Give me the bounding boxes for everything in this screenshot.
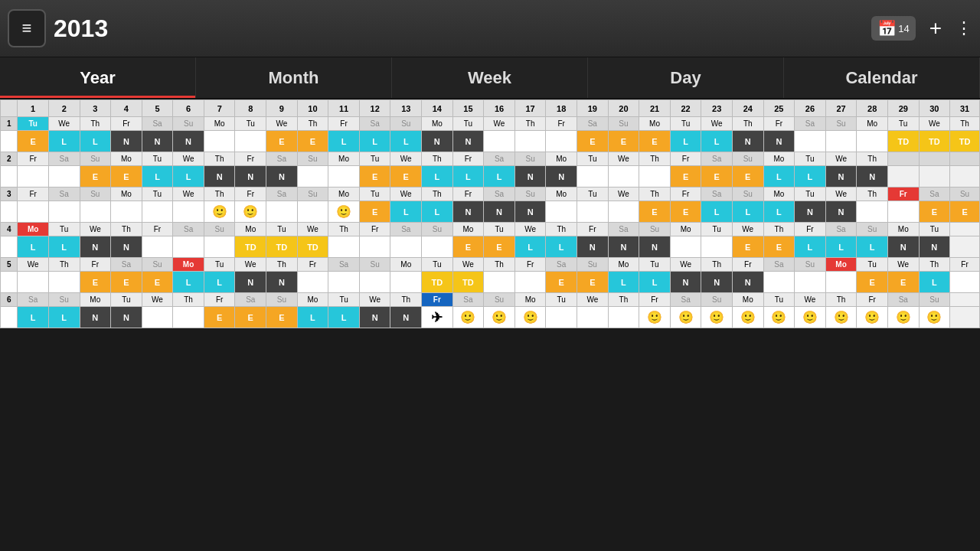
r1e25: N: [763, 131, 795, 152]
r1d23: We: [701, 117, 733, 131]
r4d19: Fr: [577, 223, 609, 236]
r6d27: Th: [825, 293, 857, 307]
r5e7: L: [204, 272, 235, 293]
r3d31: Su: [950, 187, 980, 201]
r6e15: 🙂: [452, 307, 484, 328]
r5e19: E: [577, 272, 609, 293]
r3d19: Tu: [577, 187, 609, 201]
r1e27: [825, 131, 857, 152]
r3d30: Sa: [919, 187, 950, 201]
r2d16: Sa: [484, 152, 515, 166]
r2e23: E: [701, 166, 733, 187]
r2d21: Th: [639, 152, 671, 166]
r6e31: [950, 307, 980, 328]
r3e22: E: [670, 201, 701, 223]
r2d15: Fr: [452, 152, 484, 166]
r2e-label: [1, 166, 18, 187]
r5d3: Fr: [80, 258, 111, 272]
r6d10: Mo: [297, 293, 328, 307]
r5d10: Fr: [297, 258, 328, 272]
r1e22: L: [670, 131, 701, 152]
r1e2: L: [48, 131, 80, 152]
day-17: 17: [514, 100, 546, 117]
app-header: ≡ 2013 📅 14 + ⋮: [0, 0, 980, 57]
r5d4: Sa: [111, 258, 142, 272]
r2d12: Tu: [359, 152, 390, 166]
day-5: 5: [142, 100, 173, 117]
r6d28: Fr: [857, 293, 888, 307]
r1d18: Fr: [546, 117, 577, 131]
day-9: 9: [266, 100, 298, 117]
day-numbers-row: 1 2 3 4 5 6 7 8 9 10 11 12 13 14 15 16 1…: [1, 100, 980, 117]
r4e20: N: [608, 236, 639, 258]
r4e25: E: [763, 236, 795, 258]
r2d2: Sa: [48, 152, 80, 166]
r3d20: We: [608, 187, 639, 201]
r5e23: N: [701, 272, 733, 293]
r6e13: N: [390, 307, 422, 328]
r2e8: N: [235, 166, 266, 187]
add-button[interactable]: +: [929, 16, 942, 41]
r5e9: N: [266, 272, 298, 293]
r1e30: TD: [919, 131, 950, 152]
r4e2: L: [48, 236, 80, 258]
r4d17: We: [514, 223, 546, 236]
r1e29: TD: [887, 131, 919, 152]
r1d30: We: [919, 117, 950, 131]
r4e18: L: [546, 236, 577, 258]
r1e17: [514, 131, 546, 152]
r5e12: [359, 272, 390, 293]
r1e14: N: [422, 131, 453, 152]
r1e19: E: [577, 131, 609, 152]
tab-month[interactable]: Month: [196, 57, 392, 98]
tab-calendar[interactable]: Calendar: [784, 57, 980, 98]
r4e8: TD: [235, 236, 266, 258]
r1e12: L: [359, 131, 390, 152]
r3e27: N: [825, 201, 857, 223]
r6d24: Mo: [732, 293, 763, 307]
r5e-label: [1, 272, 18, 293]
app-icon: ≡: [8, 9, 46, 47]
r4e-label: [1, 236, 18, 258]
r4d1: Mo: [18, 223, 49, 236]
r6d20: Th: [608, 293, 639, 307]
r1e24: N: [732, 131, 763, 152]
r2e7: N: [204, 166, 235, 187]
r3e15: N: [452, 201, 484, 223]
tab-year[interactable]: Year: [0, 57, 196, 98]
more-button[interactable]: ⋮: [956, 18, 972, 38]
day-30: 30: [919, 100, 950, 117]
calendar-grid: 1 2 3 4 5 6 7 8 9 10 11 12 13 14 15 16 1…: [0, 99, 980, 328]
r6e24: 🙂: [732, 307, 763, 328]
r5e14: TD: [422, 272, 453, 293]
r1d16: We: [484, 117, 515, 131]
calendar-icon-button[interactable]: 📅 14: [871, 16, 915, 41]
r3e30: E: [919, 201, 950, 223]
r2e6: L: [173, 166, 204, 187]
r6d22: Sa: [670, 293, 701, 307]
r4d22: Mo: [670, 223, 701, 236]
day-27: 27: [825, 100, 857, 117]
tab-day[interactable]: Day: [588, 57, 784, 98]
r1d7: Mo: [204, 117, 235, 131]
day-24: 24: [732, 100, 763, 117]
r3e16: N: [484, 201, 515, 223]
r2e11: [328, 166, 360, 187]
r1d19: Sa: [577, 117, 609, 131]
r3d16: Sa: [484, 187, 515, 201]
day-12: 12: [359, 100, 390, 117]
r4e5: [142, 236, 173, 258]
r6e2: L: [48, 307, 80, 328]
r2e5: L: [142, 166, 173, 187]
tab-week[interactable]: Week: [392, 57, 588, 98]
r1d2: We: [48, 117, 80, 131]
r2d1: Fr: [18, 152, 49, 166]
day-11: 11: [328, 100, 360, 117]
r6d17: Mo: [514, 293, 546, 307]
r2e15: L: [452, 166, 484, 187]
r6e12: N: [359, 307, 390, 328]
r3d15: Fr: [452, 187, 484, 201]
r5e29: E: [887, 272, 919, 293]
r5e30: L: [919, 272, 950, 293]
r3e13: L: [390, 201, 422, 223]
